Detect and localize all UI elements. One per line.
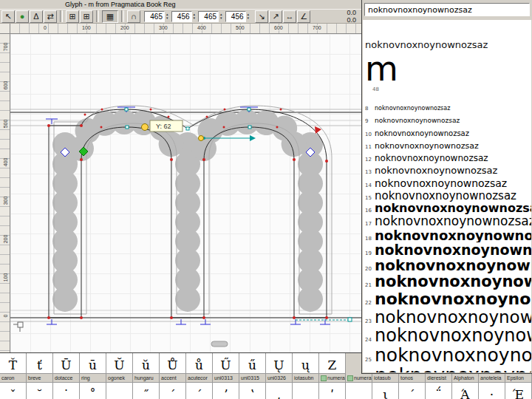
- canvas-scrollbar-thumb[interactable]: [211, 341, 228, 347]
- spin-down-icon[interactable]: ▾: [194, 16, 196, 20]
- arrow-ne-button[interactable]: ↗: [269, 10, 282, 23]
- glyph-cell[interactable]: ͵: [346, 383, 372, 399]
- glyph-cell[interactable]: ˙: [53, 383, 80, 399]
- waterfall-row: 19noknovnoxnoynownozsaz: [365, 242, 531, 258]
- preview-panel-toggle-icon: ▦: [106, 12, 114, 21]
- glyph-cell[interactable]: ʼ: [213, 383, 239, 399]
- spin-down-icon[interactable]: ▾: [166, 16, 168, 20]
- grid-button[interactable]: ⊞: [66, 10, 79, 23]
- coordinate-field[interactable]: [144, 11, 165, 22]
- spinner-buttons[interactable]: ▴▾: [194, 13, 196, 20]
- waterfall-sample-text: noknovnoxnoynownozsaz: [375, 202, 531, 214]
- ruler-number: 300: [3, 196, 8, 206]
- waterfall-sample-text: noknovnoxnoynownozsaz: [375, 153, 488, 163]
- preview-text-input[interactable]: [364, 3, 530, 16]
- glyph-cell[interactable]: Ű: [213, 353, 239, 374]
- glyph-cell[interactable]: Ů: [160, 353, 186, 374]
- spinner-buttons[interactable]: ▴▾: [248, 13, 250, 20]
- glyph-cell[interactable]: ,: [266, 383, 293, 399]
- glyph-cell[interactable]: Ά: [452, 383, 479, 399]
- glyph-cell[interactable]: Ų: [266, 353, 293, 374]
- template-marker-icon: [347, 375, 353, 381]
- glyph-cell-caption: caron: [0, 374, 27, 383]
- glyph-cell-caption: hungaru: [133, 374, 160, 383]
- waterfall-size-label: 12: [365, 157, 375, 163]
- waterfall-sample-text: noknovnoxnoynownozsaz: [375, 141, 479, 151]
- add-node-button[interactable]: Δ: [30, 10, 43, 23]
- glyph-cell[interactable]: Ť: [0, 353, 27, 374]
- coordinate-field[interactable]: [198, 11, 219, 22]
- snap-button[interactable]: ∩: [127, 10, 140, 23]
- waterfall-sample-text: noknovnoxnoynownozsaz: [375, 345, 531, 365]
- preview-panel-toggle-button[interactable]: ▦: [102, 10, 118, 23]
- glyph-editor-drawing: Y: 62: [10, 34, 362, 352]
- waterfall-sample-text: noknovnoxnoynownozsaz: [375, 165, 497, 176]
- waterfall-size-label: 9: [365, 119, 375, 125]
- glyph-canvas[interactable]: Y: 62: [10, 34, 362, 352]
- glyph-cell[interactable]: ˊ: [186, 383, 213, 399]
- spin-down-icon[interactable]: ▾: [220, 16, 222, 20]
- waterfall-preview: 8noknovnoxnoynownozsaz9noknovnoxnoynowno…: [365, 100, 531, 372]
- waterfall-row: 25noknovnoxnoynownozsaz: [365, 345, 531, 365]
- glyph-cell-caption: acutecor: [186, 374, 213, 383]
- tooltip-text: Y: 62: [156, 123, 171, 130]
- palette-glyph-row-bottom: ˇ˘˙˚˛˝´ˊʼʽ,ͺʹ͵ι΄΅Ά·Έ: [0, 383, 532, 399]
- glyph-cell[interactable]: ·: [479, 383, 505, 399]
- glyph-cell[interactable]: Ŭ: [106, 353, 133, 374]
- coordinate-field[interactable]: [171, 11, 192, 22]
- window-title: Glyph - m from Pragmatica Book Reg: [65, 1, 176, 8]
- pointer-tool-button[interactable]: ↖: [1, 10, 15, 23]
- angle-button[interactable]: ∠: [297, 10, 310, 23]
- ruler-number: 700: [3, 42, 8, 52]
- waterfall-row: 16noknovnoxnoynownozsaz: [365, 202, 531, 214]
- ruler-number: 400: [3, 157, 8, 168]
- glyph-cell-caption: uni0313: [213, 374, 239, 383]
- glyph-cell[interactable]: Έ: [505, 383, 532, 399]
- glyph-cell[interactable]: ū: [80, 353, 106, 374]
- waterfall-sample-text: noknovnoxnoynownozsaz: [375, 258, 531, 274]
- waterfall-size-label: 19: [365, 251, 375, 257]
- add-node-icon: Δ: [33, 12, 38, 21]
- waterfall-size-label: 11: [365, 145, 375, 151]
- glyph-cell[interactable]: Z: [319, 353, 346, 374]
- waterfall-sample-text: noknovnoxnoynownozsaz: [375, 308, 531, 327]
- spinner-buttons[interactable]: ▴▾: [220, 13, 222, 20]
- glyph-cell[interactable]: ˘: [27, 383, 53, 399]
- arrow-se-button[interactable]: ↘: [255, 10, 268, 23]
- glyph-cell[interactable]: Ū: [53, 353, 80, 374]
- glyph-cell[interactable]: ʽ: [239, 383, 266, 399]
- glyph-cell[interactable]: ʹ: [319, 383, 346, 399]
- glyph-cell[interactable]: ų: [293, 353, 319, 374]
- waterfall-size-label: 14: [365, 183, 375, 189]
- angle-distance-readout: 0.0: [347, 16, 356, 24]
- spin-down-icon[interactable]: ▾: [248, 16, 250, 20]
- toolbar-readouts: 0.00.0: [347, 9, 356, 24]
- ruler-number: 0: [43, 25, 47, 30]
- glyph-cell[interactable]: ΅: [426, 383, 452, 399]
- eraser-tool-button[interactable]: ●: [16, 10, 29, 23]
- table-button[interactable]: ⊞: [80, 10, 93, 23]
- horizontal-ruler[interactable]: 0100200300400500600700: [10, 24, 362, 34]
- waterfall-row: 21noknovnoxnoynownozsaz: [365, 273, 531, 290]
- spinner-buttons[interactable]: ▴▾: [166, 13, 168, 20]
- resize-button[interactable]: ↔: [283, 10, 296, 23]
- toolbar-separator: [96, 10, 99, 22]
- preview-panel-body: noknovnoxnoynownozsaz m 48 8noknovnoxnoy…: [363, 20, 531, 372]
- glyph-cell[interactable]: ů: [186, 353, 213, 374]
- waterfall-size-label: 25: [365, 358, 375, 364]
- fontlab-glyph-window: { "window": { "title": "Glyph - m from P…: [0, 0, 532, 399]
- glyph-cell[interactable]: ŭ: [133, 353, 160, 374]
- glyph-cell[interactable]: ˛: [106, 383, 133, 399]
- coordinate-field[interactable]: [225, 11, 246, 22]
- transform-button[interactable]: ⇄: [44, 10, 57, 23]
- glyph-cell[interactable]: ˚: [80, 383, 106, 399]
- glyph-cell[interactable]: ΄: [399, 383, 426, 399]
- glyph-cell[interactable]: ť: [27, 353, 53, 374]
- glyph-cell[interactable]: ͺ: [293, 383, 319, 399]
- glyph-cell[interactable]: ι: [372, 383, 399, 399]
- glyph-cell[interactable]: ˇ: [0, 383, 27, 399]
- glyph-cell[interactable]: ű: [239, 353, 266, 374]
- glyph-cell[interactable]: ´: [160, 383, 186, 399]
- vertical-ruler[interactable]: 7006005004003002001000: [0, 34, 10, 352]
- glyph-cell[interactable]: ˝: [133, 383, 160, 399]
